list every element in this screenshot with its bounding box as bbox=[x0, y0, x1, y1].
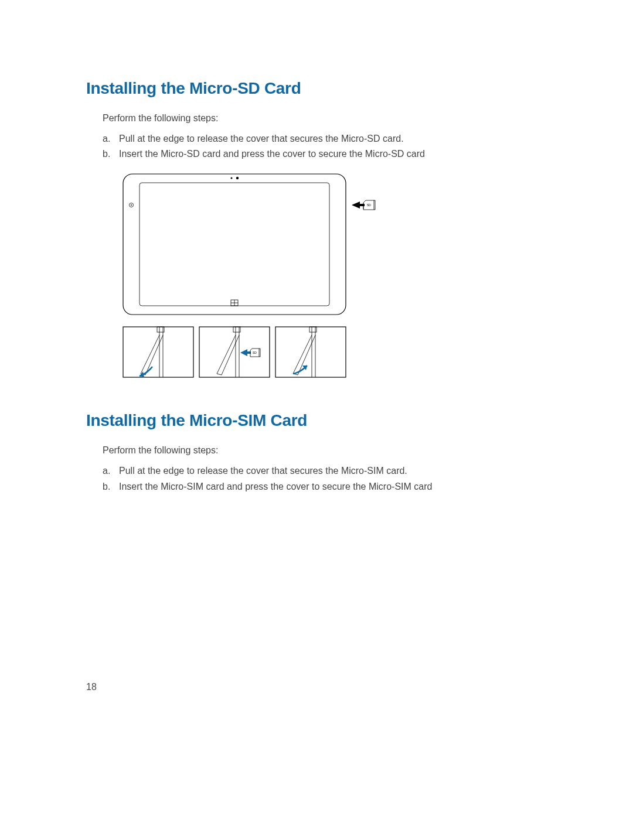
svg-point-5 bbox=[131, 204, 132, 206]
list-marker: a. bbox=[103, 132, 110, 145]
steps-list-sd: a. Pull at the edge to release the cover… bbox=[103, 132, 555, 161]
svg-marker-21 bbox=[240, 349, 251, 356]
steps-list-sim: a. Pull at the edge to release the cover… bbox=[103, 464, 555, 493]
intro-text-sim: Perform the following steps: bbox=[103, 445, 555, 456]
svg-rect-12 bbox=[123, 327, 193, 377]
arrow-left-icon bbox=[352, 202, 365, 209]
sd-card-icon: SD bbox=[250, 349, 260, 357]
list-text: Insert the Micro-SD card and press the c… bbox=[119, 149, 425, 159]
arrow-left-icon bbox=[240, 349, 251, 356]
list-item: b. Insert the Micro-SIM card and press t… bbox=[103, 480, 555, 493]
svg-point-3 bbox=[236, 177, 239, 179]
section-heading-sd: Installing the Micro-SD Card bbox=[86, 79, 555, 98]
page-number: 18 bbox=[86, 682, 97, 692]
installation-diagram: SD bbox=[120, 171, 555, 384]
svg-marker-9 bbox=[352, 202, 365, 209]
list-item: b. Insert the Micro-SD card and press th… bbox=[103, 147, 555, 161]
list-marker: a. bbox=[103, 464, 110, 477]
list-marker: b. bbox=[103, 147, 110, 161]
svg-text:SD: SD bbox=[253, 351, 257, 354]
list-marker: b. bbox=[103, 480, 110, 493]
sd-card-icon: SD bbox=[363, 200, 375, 210]
svg-rect-1 bbox=[139, 183, 329, 306]
list-item: a. Pull at the edge to release the cover… bbox=[103, 132, 555, 145]
list-text: Pull at the edge to release the cover th… bbox=[119, 134, 404, 144]
svg-rect-0 bbox=[123, 174, 346, 315]
list-item: a. Pull at the edge to release the cover… bbox=[103, 464, 555, 477]
list-text: Pull at the edge to release the cover th… bbox=[119, 466, 407, 476]
list-text: Insert the Micro-SIM card and press the … bbox=[119, 482, 432, 491]
section-heading-sim: Installing the Micro-SIM Card bbox=[86, 411, 555, 430]
intro-text-sd: Perform the following steps: bbox=[103, 113, 555, 124]
svg-rect-24 bbox=[275, 327, 346, 377]
sd-label: SD bbox=[367, 203, 371, 207]
svg-point-2 bbox=[231, 177, 233, 179]
